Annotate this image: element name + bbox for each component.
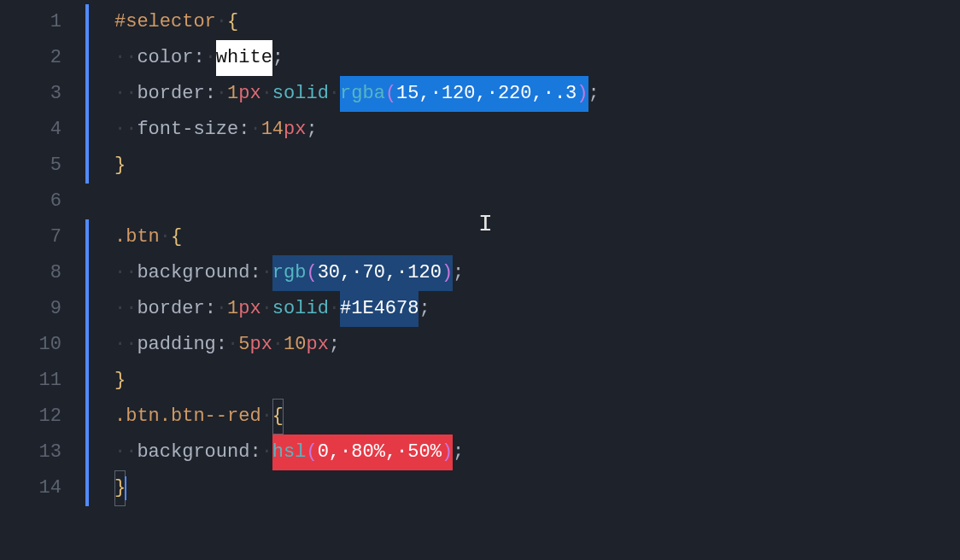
code-token: ; [419,291,430,327]
code-token: · [261,435,272,470]
code-token: ) [442,441,453,463]
code-token: · [249,112,260,148]
code-token: font-size [137,112,238,148]
color-highlight: hsl(0,·80%,·50%) [272,435,453,470]
code-token: white [216,40,272,76]
code-token: · [261,291,272,327]
code-token: border [137,291,204,327]
line-number: 1 [0,4,85,40]
code-token: } [114,148,126,184]
code-token: { [171,219,182,255]
code-token: ( [306,441,317,463]
code-line[interactable]: ··padding:·5px·10px; [85,327,960,363]
code-token: , [419,83,430,104]
line-number: 7 [0,219,85,255]
code-token: ·· [114,255,137,291]
code-line[interactable]: } [85,148,960,184]
code-area[interactable]: #selector·{··color:·white;··border:·1px·… [85,0,960,560]
code-token: · [261,76,272,112]
code-line[interactable] [85,184,960,219]
code-token: px [284,112,306,148]
code-line[interactable]: ··border:·1px·solid·rgba(15,·120,·220,·.… [85,76,960,112]
code-token: 70 [362,262,384,283]
code-token: rgb [272,262,307,283]
code-token: .3 [554,83,577,104]
code-token: , [476,83,487,104]
code-token: · [329,291,340,327]
code-line[interactable]: ··background:·rgb(30,·70,·120); [85,255,960,291]
code-token: { [272,399,284,435]
code-token: 50% [407,441,442,463]
code-token: 1 [227,76,238,112]
code-line[interactable]: ··font-size:·14px; [85,112,960,148]
code-token: solid [272,291,329,327]
line-number: 4 [0,112,85,148]
line-number: 8 [0,255,85,291]
code-line[interactable]: ··border:·1px·solid·#1E4678; [85,291,960,327]
code-line[interactable]: ··color:·white; [85,40,960,76]
line-number: 14 [0,470,85,506]
code-token: : [193,40,204,76]
line-number: 10 [0,327,85,363]
code-editor[interactable]: 1234567891011121314 #selector·{··color:·… [0,0,960,560]
code-token: ; [453,435,464,470]
code-token: #1E4678 [340,291,419,327]
code-token: 120 [442,83,476,104]
color-highlight: rgba(15,·120,·220,·.3) [340,76,588,112]
code-token: : [238,112,249,148]
code-token: ; [588,76,600,112]
code-token: · [160,219,171,255]
code-token: ·· [114,291,137,327]
code-token: ·· [114,435,137,470]
code-token: · [261,255,272,291]
code-token: background [137,255,249,291]
code-token: 220 [498,83,532,104]
code-token: ; [306,112,317,148]
code-token: : [249,255,260,291]
code-token: ( [306,262,317,283]
code-token: ·· [114,112,137,148]
code-token: : [205,76,216,112]
line-number: 12 [0,399,85,435]
line-number-gutter: 1234567891011121314 [0,0,85,560]
code-token: background [137,435,249,470]
code-token: hsl [272,441,307,463]
code-line[interactable]: } [85,470,960,506]
code-token: ; [272,40,284,76]
code-token: , [532,83,543,104]
line-number: 5 [0,148,85,184]
code-token: 80% [351,441,385,463]
code-token: .btn.btn--red [114,399,261,435]
line-number: 6 [0,184,85,219]
code-line[interactable]: ··background:·hsl(0,·80%,·50%); [85,435,960,470]
code-token: } [114,363,126,399]
code-token: · [216,291,227,327]
code-line[interactable]: .btn·{ [85,219,960,255]
color-highlight: rgb(30,·70,·120) [272,255,453,291]
code-token: · [340,441,351,463]
code-token: : [216,327,227,363]
text-caret [125,476,126,500]
code-token: , [340,262,351,283]
code-token: .btn [114,219,160,255]
code-token: px [238,291,260,327]
code-token: · [272,327,284,363]
code-token: · [216,76,227,112]
code-token: ; [453,255,464,291]
code-token: px [238,76,260,112]
code-token: ·· [114,327,137,363]
code-line[interactable]: } [85,363,960,399]
code-token: ) [442,262,453,283]
code-token: 14 [261,112,284,148]
code-token: · [396,262,407,283]
code-token: rgba [340,83,385,104]
line-number: 9 [0,291,85,327]
code-line[interactable]: .btn.btn--red·{ [85,399,960,435]
code-token: 15 [396,83,419,104]
code-token: · [543,83,554,104]
code-token: ( [385,83,396,104]
code-line[interactable]: #selector·{ [85,4,960,40]
code-token: 5 [238,327,249,363]
code-token: px [249,327,272,363]
code-token: , [329,441,340,463]
